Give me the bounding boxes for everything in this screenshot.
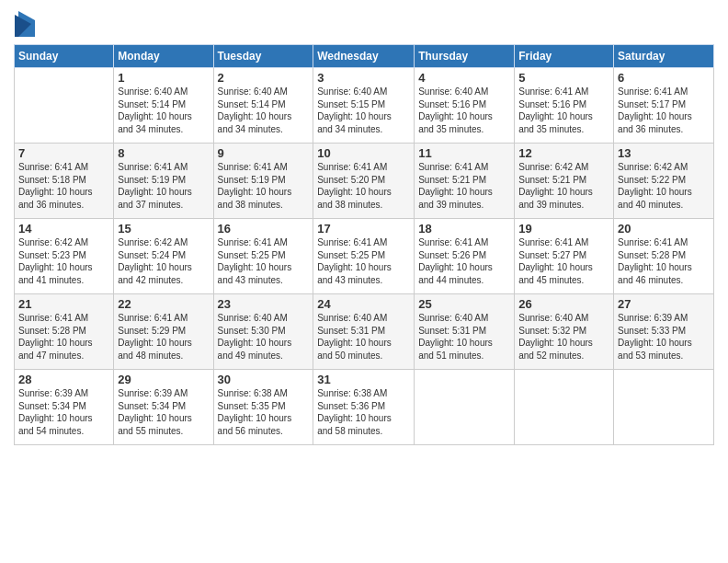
logo-icon [15,11,35,37]
week-row-3: 14Sunrise: 6:42 AM Sunset: 5:23 PM Dayli… [15,219,714,294]
calendar-cell: 29Sunrise: 6:39 AM Sunset: 5:34 PM Dayli… [114,370,213,445]
day-info: Sunrise: 6:41 AM Sunset: 5:16 PM Dayligh… [518,86,609,135]
calendar-cell: 17Sunrise: 6:41 AM Sunset: 5:25 PM Dayli… [313,219,415,294]
calendar-cell: 7Sunrise: 6:41 AM Sunset: 5:18 PM Daylig… [15,144,114,219]
day-number: 11 [418,146,510,160]
day-info: Sunrise: 6:42 AM Sunset: 5:24 PM Dayligh… [118,236,209,286]
calendar-cell: 1Sunrise: 6:40 AM Sunset: 5:14 PM Daylig… [114,68,213,144]
week-row-2: 7Sunrise: 6:41 AM Sunset: 5:18 PM Daylig… [15,144,714,219]
calendar-cell: 10Sunrise: 6:41 AM Sunset: 5:20 PM Dayli… [313,144,415,219]
day-number: 10 [317,146,410,160]
calendar-cell: 18Sunrise: 6:41 AM Sunset: 5:26 PM Dayli… [415,219,515,294]
week-row-5: 28Sunrise: 6:39 AM Sunset: 5:34 PM Dayli… [15,370,714,445]
calendar-cell [614,370,714,445]
day-info: Sunrise: 6:40 AM Sunset: 5:16 PM Dayligh… [418,86,510,135]
day-info: Sunrise: 6:41 AM Sunset: 5:17 PM Dayligh… [618,86,710,135]
day-info: Sunrise: 6:42 AM Sunset: 5:21 PM Dayligh… [518,161,609,211]
day-number: 27 [618,297,710,311]
calendar-cell: 8Sunrise: 6:41 AM Sunset: 5:19 PM Daylig… [114,144,213,219]
calendar-cell: 5Sunrise: 6:41 AM Sunset: 5:16 PM Daylig… [515,68,614,144]
weekday-header-thursday: Thursday [415,45,515,68]
calendar-cell: 19Sunrise: 6:41 AM Sunset: 5:27 PM Dayli… [515,219,614,294]
day-info: Sunrise: 6:39 AM Sunset: 5:34 PM Dayligh… [118,387,209,437]
day-info: Sunrise: 6:40 AM Sunset: 5:14 PM Dayligh… [218,86,310,135]
day-number: 19 [518,222,609,236]
page: SundayMondayTuesdayWednesdayThursdayFrid… [0,0,728,563]
calendar-cell: 6Sunrise: 6:41 AM Sunset: 5:17 PM Daylig… [614,68,714,144]
day-number: 21 [18,297,109,311]
day-number: 2 [218,71,310,85]
calendar-cell: 22Sunrise: 6:41 AM Sunset: 5:29 PM Dayli… [114,294,213,370]
day-number: 1 [118,71,209,85]
calendar-cell: 9Sunrise: 6:41 AM Sunset: 5:19 PM Daylig… [213,144,313,219]
day-info: Sunrise: 6:41 AM Sunset: 5:28 PM Dayligh… [618,236,710,286]
day-number: 22 [118,297,209,311]
day-info: Sunrise: 6:41 AM Sunset: 5:19 PM Dayligh… [118,161,209,211]
day-number: 31 [317,373,410,386]
day-info: Sunrise: 6:41 AM Sunset: 5:18 PM Dayligh… [18,161,109,211]
day-number: 23 [218,297,310,311]
weekday-header-friday: Friday [515,45,614,68]
logo [14,13,35,37]
calendar-cell: 26Sunrise: 6:40 AM Sunset: 5:32 PM Dayli… [515,294,614,370]
day-info: Sunrise: 6:38 AM Sunset: 5:36 PM Dayligh… [317,387,410,437]
weekday-header-wednesday: Wednesday [313,45,415,68]
day-info: Sunrise: 6:41 AM Sunset: 5:26 PM Dayligh… [418,236,510,286]
day-number: 5 [518,71,609,85]
calendar-cell [515,370,614,445]
calendar-cell: 24Sunrise: 6:40 AM Sunset: 5:31 PM Dayli… [313,294,415,370]
calendar-cell: 12Sunrise: 6:42 AM Sunset: 5:21 PM Dayli… [515,144,614,219]
day-number: 29 [118,373,209,386]
calendar-cell [415,370,515,445]
day-number: 9 [218,146,310,160]
weekday-header-saturday: Saturday [614,45,714,68]
calendar-cell: 21Sunrise: 6:41 AM Sunset: 5:28 PM Dayli… [15,294,114,370]
day-info: Sunrise: 6:38 AM Sunset: 5:35 PM Dayligh… [218,387,310,437]
day-number: 8 [118,146,209,160]
weekday-header-row: SundayMondayTuesdayWednesdayThursdayFrid… [15,45,714,68]
calendar-cell: 13Sunrise: 6:42 AM Sunset: 5:22 PM Dayli… [614,144,714,219]
day-number: 12 [518,146,609,160]
weekday-header-sunday: Sunday [15,45,114,68]
day-info: Sunrise: 6:42 AM Sunset: 5:22 PM Dayligh… [618,161,710,211]
day-number: 30 [218,373,310,386]
day-number: 20 [618,222,710,236]
day-number: 6 [618,71,710,85]
calendar-cell: 28Sunrise: 6:39 AM Sunset: 5:34 PM Dayli… [15,370,114,445]
weekday-header-tuesday: Tuesday [213,45,313,68]
day-info: Sunrise: 6:40 AM Sunset: 5:31 PM Dayligh… [418,312,510,362]
calendar-cell: 31Sunrise: 6:38 AM Sunset: 5:36 PM Dayli… [313,370,415,445]
day-info: Sunrise: 6:40 AM Sunset: 5:14 PM Dayligh… [118,86,209,135]
day-info: Sunrise: 6:40 AM Sunset: 5:31 PM Dayligh… [317,312,410,362]
calendar: SundayMondayTuesdayWednesdayThursdayFrid… [14,44,714,445]
calendar-cell: 20Sunrise: 6:41 AM Sunset: 5:28 PM Dayli… [614,219,714,294]
calendar-cell: 27Sunrise: 6:39 AM Sunset: 5:33 PM Dayli… [614,294,714,370]
day-number: 24 [317,297,410,311]
day-info: Sunrise: 6:42 AM Sunset: 5:23 PM Dayligh… [18,236,109,286]
day-info: Sunrise: 6:41 AM Sunset: 5:28 PM Dayligh… [18,312,109,362]
calendar-cell: 3Sunrise: 6:40 AM Sunset: 5:15 PM Daylig… [313,68,415,144]
day-info: Sunrise: 6:41 AM Sunset: 5:25 PM Dayligh… [218,236,310,286]
calendar-cell: 30Sunrise: 6:38 AM Sunset: 5:35 PM Dayli… [213,370,313,445]
calendar-cell: 14Sunrise: 6:42 AM Sunset: 5:23 PM Dayli… [15,219,114,294]
day-number: 13 [618,146,710,160]
day-number: 25 [418,297,510,311]
day-number: 4 [418,71,510,85]
header [14,9,714,37]
day-number: 18 [418,222,510,236]
calendar-cell: 15Sunrise: 6:42 AM Sunset: 5:24 PM Dayli… [114,219,213,294]
day-info: Sunrise: 6:41 AM Sunset: 5:21 PM Dayligh… [418,161,510,211]
calendar-cell: 23Sunrise: 6:40 AM Sunset: 5:30 PM Dayli… [213,294,313,370]
day-number: 17 [317,222,410,236]
day-info: Sunrise: 6:41 AM Sunset: 5:29 PM Dayligh… [118,312,209,362]
day-number: 3 [317,71,410,85]
day-info: Sunrise: 6:41 AM Sunset: 5:25 PM Dayligh… [317,236,410,286]
calendar-cell: 11Sunrise: 6:41 AM Sunset: 5:21 PM Dayli… [415,144,515,219]
week-row-4: 21Sunrise: 6:41 AM Sunset: 5:28 PM Dayli… [15,294,714,370]
day-info: Sunrise: 6:39 AM Sunset: 5:33 PM Dayligh… [618,312,710,362]
day-number: 14 [18,222,109,236]
day-info: Sunrise: 6:39 AM Sunset: 5:34 PM Dayligh… [18,387,109,437]
day-number: 16 [218,222,310,236]
calendar-cell [15,68,114,144]
day-info: Sunrise: 6:40 AM Sunset: 5:15 PM Dayligh… [317,86,410,135]
